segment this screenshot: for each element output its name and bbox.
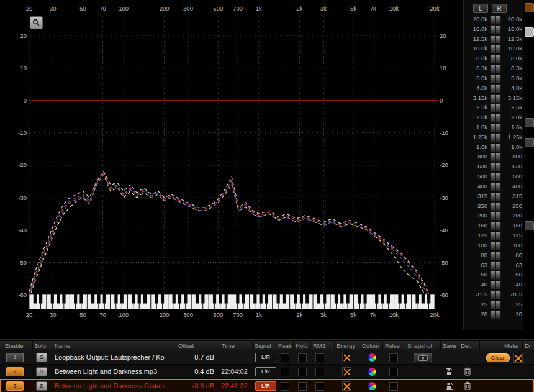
piano-key-black[interactable]	[260, 294, 263, 304]
enable-button[interactable]: 2	[6, 367, 24, 376]
piano-key-black[interactable]	[375, 294, 378, 304]
piano-key-black[interactable]	[103, 294, 106, 304]
header-separator	[522, 341, 523, 350]
piano-key-black[interactable]	[236, 294, 239, 304]
piano-key-black[interactable]	[155, 294, 158, 304]
piano-key-black[interactable]	[317, 294, 320, 304]
colour-swatch[interactable]	[368, 381, 377, 391]
piano-key-black[interactable]	[427, 294, 430, 304]
meter-clear-button[interactable]: Clear	[486, 353, 510, 362]
piano-key-black[interactable]	[219, 294, 222, 304]
piano-key-black[interactable]	[184, 294, 187, 304]
offset-value[interactable]: -3.6 dB	[177, 379, 214, 392]
peak-checkbox[interactable]	[281, 353, 289, 362]
solo-button[interactable]: S	[36, 381, 47, 391]
peak-checkbox[interactable]	[281, 382, 289, 391]
piano-key-black[interactable]	[114, 294, 117, 304]
enable-button[interactable]: 1	[6, 353, 24, 362]
piano-key-black[interactable]	[138, 294, 141, 304]
colour-swatch[interactable]	[368, 367, 377, 376]
piano-key-black[interactable]	[79, 294, 83, 304]
piano-key-black[interactable]	[323, 294, 326, 304]
track-row-2[interactable]: 2SBetween Light and Darkness.mp30.4 dB22…	[0, 365, 534, 378]
track-row-1[interactable]: 1SLoopback Output: Lautsprecher / Ko-8.7…	[0, 350, 534, 364]
piano-key-black[interactable]	[57, 294, 60, 304]
side-button-4[interactable]	[525, 138, 534, 147]
piano-key-black[interactable]	[242, 294, 245, 304]
hold-checkbox[interactable]	[298, 382, 307, 391]
colour-swatch[interactable]	[368, 353, 377, 362]
signal-button[interactable]: L/R	[255, 353, 276, 362]
piano-key-black[interactable]	[173, 294, 176, 304]
piano-key-black[interactable]	[305, 294, 309, 304]
piano-key-black[interactable]	[415, 294, 419, 304]
signal-button[interactable]: L/R	[255, 381, 276, 391]
piano-key-black[interactable]	[143, 294, 147, 304]
piano-key-black[interactable]	[404, 294, 407, 304]
piano-key-black[interactable]	[213, 294, 216, 304]
side-button-5[interactable]	[525, 221, 534, 230]
energy-toggle[interactable]	[342, 367, 351, 376]
save-button[interactable]	[445, 381, 453, 390]
piano-key-black[interactable]	[161, 294, 164, 304]
piano-key-black[interactable]	[39, 294, 42, 304]
piano-key-black[interactable]	[363, 294, 366, 304]
offset-value[interactable]: 0.4 dB	[177, 365, 214, 378]
energy-toggle[interactable]	[342, 381, 351, 391]
hold-checkbox[interactable]	[298, 368, 307, 376]
meter-left-header[interactable]: L	[473, 4, 488, 13]
piano-key-black[interactable]	[34, 294, 37, 304]
piano-key-black[interactable]	[346, 294, 349, 304]
piano-key-black[interactable]	[265, 294, 268, 304]
piano-key-black[interactable]	[201, 294, 204, 304]
piano-key-black[interactable]	[51, 294, 54, 304]
rms-checkbox[interactable]	[315, 368, 324, 376]
side-button-1[interactable]	[525, 3, 534, 12]
save-button[interactable]	[445, 367, 453, 376]
pulse-checkbox[interactable]	[389, 382, 398, 391]
piano-key-black[interactable]	[120, 294, 124, 304]
peak-checkbox[interactable]	[281, 368, 289, 376]
rms-checkbox[interactable]	[315, 353, 324, 362]
piano-keyboard[interactable]	[29, 294, 435, 309]
hold-checkbox[interactable]	[298, 353, 307, 362]
piano-key-black[interactable]	[422, 294, 425, 304]
enable-button[interactable]: 3	[6, 381, 24, 391]
signal-button[interactable]: L/R	[255, 367, 276, 376]
meter-x-toggle[interactable]	[513, 353, 523, 363]
piano-key-black[interactable]	[91, 294, 94, 304]
offset-value[interactable]: -8.7 dB	[177, 350, 214, 364]
meter-right-header[interactable]: R	[492, 4, 507, 13]
piano-key-black[interactable]	[294, 294, 297, 304]
piano-key-black[interactable]	[300, 294, 303, 304]
piano-key-black[interactable]	[283, 294, 286, 304]
piano-key-black[interactable]	[97, 294, 100, 304]
piano-key-black[interactable]	[62, 294, 65, 304]
side-button-2[interactable]	[525, 27, 534, 37]
rms-checkbox[interactable]	[315, 382, 324, 391]
track-row-3[interactable]: 3SBetween Light and Darkness Glutan-3.6 …	[0, 379, 534, 392]
pulse-checkbox[interactable]	[389, 353, 398, 362]
delete-button[interactable]	[463, 381, 472, 390]
piano-key-black[interactable]	[335, 294, 338, 304]
delete-button[interactable]	[463, 367, 472, 376]
solo-button[interactable]: S	[36, 367, 47, 376]
energy-toggle[interactable]	[342, 353, 351, 362]
piano-key-black[interactable]	[398, 294, 401, 304]
snapshot-button[interactable]	[414, 353, 432, 362]
piano-key-black[interactable]	[132, 294, 135, 304]
piano-key-black[interactable]	[340, 294, 343, 304]
piano-key-black[interactable]	[381, 294, 384, 304]
piano-key-black[interactable]	[358, 294, 361, 304]
solo-button[interactable]: S	[36, 353, 47, 362]
piano-key-black[interactable]	[277, 294, 280, 304]
piano-key-black[interactable]	[253, 294, 256, 304]
piano-key-black[interactable]	[74, 294, 77, 304]
zoom-button[interactable]	[30, 16, 43, 29]
piano-key-black[interactable]	[387, 294, 390, 304]
piano-key-black[interactable]	[225, 294, 228, 304]
pulse-checkbox[interactable]	[389, 368, 398, 376]
piano-key-black[interactable]	[178, 294, 181, 304]
side-button-3[interactable]	[525, 118, 534, 127]
piano-key-black[interactable]	[196, 294, 199, 304]
